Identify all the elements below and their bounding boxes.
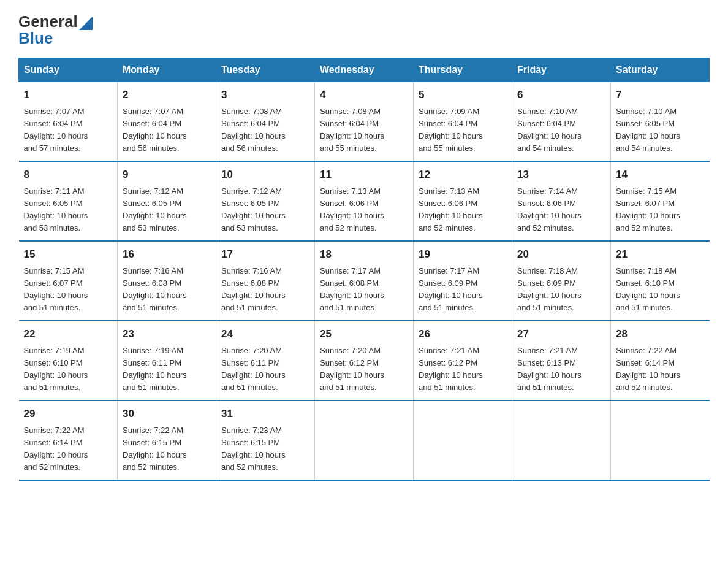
calendar-cell <box>315 400 414 480</box>
day-info: Sunrise: 7:08 AMSunset: 6:04 PMDaylight:… <box>320 107 384 153</box>
day-number: 16 <box>123 247 211 262</box>
calendar-cell: 10Sunrise: 7:12 AMSunset: 6:05 PMDayligh… <box>216 161 315 241</box>
day-number: 24 <box>221 326 309 342</box>
day-info: Sunrise: 7:10 AMSunset: 6:04 PMDaylight:… <box>517 107 582 153</box>
calendar-cell: 19Sunrise: 7:17 AMSunset: 6:09 PMDayligh… <box>414 241 512 321</box>
day-number: 20 <box>517 247 605 262</box>
day-number: 5 <box>419 87 507 103</box>
header-cell-tuesday: Tuesday <box>216 58 315 82</box>
day-info: Sunrise: 7:18 AMSunset: 6:09 PMDaylight:… <box>517 266 582 312</box>
calendar-cell: 23Sunrise: 7:19 AMSunset: 6:11 PMDayligh… <box>118 321 216 400</box>
day-info: Sunrise: 7:07 AMSunset: 6:04 PMDaylight:… <box>24 107 88 153</box>
day-number: 3 <box>221 87 309 103</box>
week-row-1: 1Sunrise: 7:07 AMSunset: 6:04 PMDaylight… <box>19 82 710 162</box>
week-row-2: 8Sunrise: 7:11 AMSunset: 6:05 PMDaylight… <box>19 161 710 241</box>
week-row-5: 29Sunrise: 7:22 AMSunset: 6:14 PMDayligh… <box>19 400 710 480</box>
day-number: 15 <box>24 247 113 262</box>
header-cell-wednesday: Wednesday <box>315 58 414 82</box>
day-info: Sunrise: 7:15 AMSunset: 6:07 PMDaylight:… <box>24 266 88 312</box>
day-info: Sunrise: 7:10 AMSunset: 6:05 PMDaylight:… <box>616 107 680 153</box>
calendar-cell: 15Sunrise: 7:15 AMSunset: 6:07 PMDayligh… <box>19 241 118 321</box>
calendar-cell: 18Sunrise: 7:17 AMSunset: 6:08 PMDayligh… <box>315 241 414 321</box>
logo: General Blue <box>18 12 93 48</box>
day-number: 28 <box>616 326 705 342</box>
calendar-cell: 11Sunrise: 7:13 AMSunset: 6:06 PMDayligh… <box>315 161 414 241</box>
header-cell-friday: Friday <box>512 58 611 82</box>
calendar-cell: 30Sunrise: 7:22 AMSunset: 6:15 PMDayligh… <box>118 400 216 480</box>
calendar-cell: 26Sunrise: 7:21 AMSunset: 6:12 PMDayligh… <box>414 321 512 400</box>
calendar-cell: 5Sunrise: 7:09 AMSunset: 6:04 PMDaylight… <box>414 82 512 162</box>
day-number: 21 <box>616 247 705 262</box>
day-number: 8 <box>24 167 113 183</box>
day-info: Sunrise: 7:09 AMSunset: 6:04 PMDaylight:… <box>419 107 483 153</box>
calendar-cell: 1Sunrise: 7:07 AMSunset: 6:04 PMDaylight… <box>19 82 118 162</box>
day-info: Sunrise: 7:22 AMSunset: 6:14 PMDaylight:… <box>24 426 88 472</box>
day-info: Sunrise: 7:17 AMSunset: 6:09 PMDaylight:… <box>419 266 483 312</box>
calendar-cell: 31Sunrise: 7:23 AMSunset: 6:15 PMDayligh… <box>216 400 315 480</box>
calendar-cell: 6Sunrise: 7:10 AMSunset: 6:04 PMDaylight… <box>512 82 611 162</box>
day-number: 22 <box>24 326 113 342</box>
day-number: 18 <box>320 247 408 262</box>
day-info: Sunrise: 7:16 AMSunset: 6:08 PMDaylight:… <box>221 266 286 312</box>
calendar-cell: 2Sunrise: 7:07 AMSunset: 6:04 PMDaylight… <box>118 82 216 162</box>
calendar-cell: 14Sunrise: 7:15 AMSunset: 6:07 PMDayligh… <box>611 161 710 241</box>
day-number: 29 <box>24 406 113 422</box>
day-info: Sunrise: 7:11 AMSunset: 6:05 PMDaylight:… <box>24 186 88 232</box>
day-number: 7 <box>616 87 705 103</box>
day-info: Sunrise: 7:07 AMSunset: 6:04 PMDaylight:… <box>123 107 187 153</box>
day-number: 31 <box>221 406 309 422</box>
day-info: Sunrise: 7:14 AMSunset: 6:06 PMDaylight:… <box>517 186 582 232</box>
day-info: Sunrise: 7:20 AMSunset: 6:11 PMDaylight:… <box>221 346 286 392</box>
logo-triangle-icon <box>79 17 93 30</box>
day-number: 13 <box>517 167 605 183</box>
day-info: Sunrise: 7:19 AMSunset: 6:11 PMDaylight:… <box>123 346 187 392</box>
day-number: 27 <box>517 326 605 342</box>
day-info: Sunrise: 7:08 AMSunset: 6:04 PMDaylight:… <box>221 107 286 153</box>
day-number: 14 <box>616 167 705 183</box>
calendar-cell: 22Sunrise: 7:19 AMSunset: 6:10 PMDayligh… <box>19 321 118 400</box>
calendar-cell <box>512 400 611 480</box>
day-info: Sunrise: 7:21 AMSunset: 6:12 PMDaylight:… <box>419 346 483 392</box>
calendar-body: 1Sunrise: 7:07 AMSunset: 6:04 PMDaylight… <box>19 82 710 481</box>
day-number: 25 <box>320 326 408 342</box>
day-number: 2 <box>123 87 211 103</box>
day-number: 17 <box>221 247 309 262</box>
calendar-cell: 21Sunrise: 7:18 AMSunset: 6:10 PMDayligh… <box>611 241 710 321</box>
day-number: 10 <box>221 167 309 183</box>
day-info: Sunrise: 7:17 AMSunset: 6:08 PMDaylight:… <box>320 266 384 312</box>
calendar-cell: 29Sunrise: 7:22 AMSunset: 6:14 PMDayligh… <box>19 400 118 480</box>
header-cell-sunday: Sunday <box>19 58 118 82</box>
day-number: 23 <box>123 326 211 342</box>
day-number: 1 <box>24 87 113 103</box>
calendar-table: SundayMondayTuesdayWednesdayThursdayFrid… <box>18 58 710 481</box>
day-number: 19 <box>419 247 507 262</box>
day-info: Sunrise: 7:23 AMSunset: 6:15 PMDaylight:… <box>221 426 286 472</box>
week-row-4: 22Sunrise: 7:19 AMSunset: 6:10 PMDayligh… <box>19 321 710 400</box>
header-cell-thursday: Thursday <box>414 58 512 82</box>
calendar-cell: 24Sunrise: 7:20 AMSunset: 6:11 PMDayligh… <box>216 321 315 400</box>
header-cell-saturday: Saturday <box>611 58 710 82</box>
header-cell-monday: Monday <box>118 58 216 82</box>
header-row: SundayMondayTuesdayWednesdayThursdayFrid… <box>19 58 710 82</box>
svg-marker-0 <box>79 17 93 30</box>
day-info: Sunrise: 7:13 AMSunset: 6:06 PMDaylight:… <box>320 186 384 232</box>
calendar-cell: 20Sunrise: 7:18 AMSunset: 6:09 PMDayligh… <box>512 241 611 321</box>
day-info: Sunrise: 7:15 AMSunset: 6:07 PMDaylight:… <box>616 186 680 232</box>
calendar-cell: 4Sunrise: 7:08 AMSunset: 6:04 PMDaylight… <box>315 82 414 162</box>
calendar-cell <box>611 400 710 480</box>
logo-blue-text: Blue <box>18 29 53 48</box>
day-number: 30 <box>123 406 211 422</box>
day-number: 4 <box>320 87 408 103</box>
day-info: Sunrise: 7:22 AMSunset: 6:14 PMDaylight:… <box>616 346 680 392</box>
day-number: 11 <box>320 167 408 183</box>
day-number: 6 <box>517 87 605 103</box>
day-info: Sunrise: 7:21 AMSunset: 6:13 PMDaylight:… <box>517 346 582 392</box>
day-number: 12 <box>419 167 507 183</box>
calendar-header: SundayMondayTuesdayWednesdayThursdayFrid… <box>19 58 710 82</box>
day-info: Sunrise: 7:12 AMSunset: 6:05 PMDaylight:… <box>123 186 187 232</box>
day-number: 9 <box>123 167 211 183</box>
calendar-cell <box>414 400 512 480</box>
header: General Blue <box>18 12 710 48</box>
calendar-cell: 7Sunrise: 7:10 AMSunset: 6:05 PMDaylight… <box>611 82 710 162</box>
calendar-cell: 25Sunrise: 7:20 AMSunset: 6:12 PMDayligh… <box>315 321 414 400</box>
